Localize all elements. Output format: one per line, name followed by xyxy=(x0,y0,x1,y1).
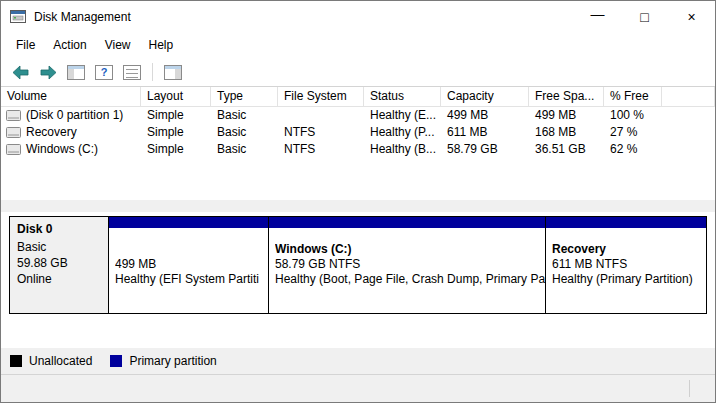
cell-layout: Simple xyxy=(141,141,211,158)
volume-name: (Disk 0 partition 1) xyxy=(26,107,123,124)
menu-action[interactable]: Action xyxy=(44,34,95,56)
toolbar-separator xyxy=(152,63,153,81)
disk-type: Basic xyxy=(17,239,101,255)
forward-arrow-icon xyxy=(40,65,57,80)
maximize-icon: □ xyxy=(640,9,648,25)
partition-status: Healthy (Primary Partition) xyxy=(552,272,706,287)
window-title: Disk Management xyxy=(34,10,131,24)
cell-status: Healthy (B... xyxy=(364,141,441,158)
maximize-button[interactable]: □ xyxy=(621,1,668,32)
partition-title xyxy=(115,242,268,257)
show-action-pane-button[interactable] xyxy=(162,61,184,83)
cell-capacity: 611 MB xyxy=(441,124,529,141)
partition-recovery[interactable]: Recovery 611 MB NTFS Healthy (Primary Pa… xyxy=(546,216,707,314)
disk-management-icon xyxy=(10,9,26,25)
cell-capacity: 58.79 GB xyxy=(441,141,529,158)
close-button[interactable]: × xyxy=(668,1,715,32)
title-bar: Disk Management — □ × xyxy=(1,1,715,32)
volume-list: Volume Layout Type File System Status Ca… xyxy=(1,87,715,200)
column-header-layout[interactable]: Layout xyxy=(141,87,211,106)
volume-list-header: Volume Layout Type File System Status Ca… xyxy=(1,87,715,107)
partition-status: Healthy (Boot, Page File, Crash Dump, Pr… xyxy=(275,272,545,287)
menu-help[interactable]: Help xyxy=(140,34,183,56)
cell-file-system xyxy=(278,107,364,124)
pane-splitter[interactable] xyxy=(1,200,715,212)
volume-row-disk0-partition1[interactable]: (Disk 0 partition 1) Simple Basic Health… xyxy=(1,107,715,124)
column-header-blank xyxy=(662,87,715,106)
export-list-button[interactable] xyxy=(121,61,143,83)
show-console-tree-button[interactable] xyxy=(65,61,87,83)
partition-size: 499 MB xyxy=(115,257,268,272)
volume-row-windows-c[interactable]: Windows (C:) Simple Basic NTFS Healthy (… xyxy=(1,141,715,158)
disk-name: Disk 0 xyxy=(17,221,101,237)
legend-unallocated: Unallocated xyxy=(10,354,92,368)
cell-volume: (Disk 0 partition 1) xyxy=(1,107,141,124)
column-header-capacity[interactable]: Capacity xyxy=(441,87,529,106)
cell-pct-free: 62 % xyxy=(604,141,662,158)
cell-volume: Windows (C:) xyxy=(1,141,141,158)
action-pane-icon xyxy=(164,65,182,80)
column-header-file-system[interactable]: File System xyxy=(278,87,364,106)
volume-icon xyxy=(6,127,21,138)
cell-type: Basic xyxy=(211,141,278,158)
partition-size: 58.79 GB NTFS xyxy=(275,257,545,272)
primary-partition-bar xyxy=(269,217,545,228)
close-icon: × xyxy=(687,9,695,25)
unallocated-swatch xyxy=(10,355,22,367)
cell-status: Healthy (P... xyxy=(364,124,441,141)
status-bar xyxy=(1,374,715,402)
volume-row-recovery[interactable]: Recovery Simple Basic NTFS Healthy (P...… xyxy=(1,124,715,141)
column-header-status[interactable]: Status xyxy=(364,87,441,106)
disk-info-panel[interactable]: Disk 0 Basic 59.88 GB Online xyxy=(9,216,109,314)
cell-free-space: 499 MB xyxy=(529,107,604,124)
partition-title: Recovery xyxy=(552,242,706,257)
column-header-pct-free[interactable]: % Free xyxy=(604,87,662,106)
column-header-free-space[interactable]: Free Spa... xyxy=(529,87,604,106)
cell-layout: Simple xyxy=(141,107,211,124)
graphical-view: Disk 0 Basic 59.88 GB Online 499 MB Heal… xyxy=(1,212,715,348)
partition-windows-c[interactable]: Windows (C:) 58.79 GB NTFS Healthy (Boot… xyxy=(269,216,546,314)
console-tree-icon xyxy=(67,65,85,80)
cell-free-space: 36.51 GB xyxy=(529,141,604,158)
disk-management-window: Disk Management — □ × File Action View H… xyxy=(0,0,716,403)
volume-icon xyxy=(6,144,21,155)
status-bar-divider xyxy=(689,380,690,397)
column-header-volume[interactable]: Volume xyxy=(1,87,141,106)
menu-file[interactable]: File xyxy=(7,34,44,56)
volume-icon xyxy=(6,110,21,121)
partitions: 499 MB Healthy (EFI System Partiti Windo… xyxy=(109,216,707,314)
menu-view[interactable]: View xyxy=(96,34,140,56)
column-header-type[interactable]: Type xyxy=(211,87,278,106)
help-icon: ? xyxy=(95,65,113,80)
partition-size: 611 MB NTFS xyxy=(552,257,706,272)
primary-partition-swatch xyxy=(110,355,122,367)
cell-volume: Recovery xyxy=(1,124,141,141)
legend-label: Primary partition xyxy=(129,354,216,368)
window-controls: — □ × xyxy=(574,1,715,32)
partition-efi-system[interactable]: 499 MB Healthy (EFI System Partiti xyxy=(109,216,269,314)
legend-primary-partition: Primary partition xyxy=(110,354,216,368)
cell-pct-free: 27 % xyxy=(604,124,662,141)
back-button[interactable] xyxy=(9,61,31,83)
cell-capacity: 499 MB xyxy=(441,107,529,124)
cell-type: Basic xyxy=(211,107,278,124)
cell-free-space: 168 MB xyxy=(529,124,604,141)
menu-bar: File Action View Help xyxy=(1,32,715,58)
disk-0-row: Disk 0 Basic 59.88 GB Online 499 MB Heal… xyxy=(9,216,707,314)
primary-partition-bar xyxy=(546,217,706,228)
toolbar: ? xyxy=(1,58,715,87)
primary-partition-bar xyxy=(109,217,268,228)
volume-name: Windows (C:) xyxy=(26,141,98,158)
cell-type: Basic xyxy=(211,124,278,141)
export-list-icon xyxy=(123,65,141,80)
cell-status: Healthy (E... xyxy=(364,107,441,124)
partition-title: Windows (C:) xyxy=(275,242,545,257)
minimize-button[interactable]: — xyxy=(574,1,621,32)
help-button[interactable]: ? xyxy=(93,61,115,83)
cell-layout: Simple xyxy=(141,124,211,141)
volume-name: Recovery xyxy=(26,124,77,141)
disk-size: 59.88 GB xyxy=(17,255,101,271)
legend: Unallocated Primary partition xyxy=(10,353,217,369)
legend-label: Unallocated xyxy=(29,354,92,368)
forward-button[interactable] xyxy=(37,61,59,83)
